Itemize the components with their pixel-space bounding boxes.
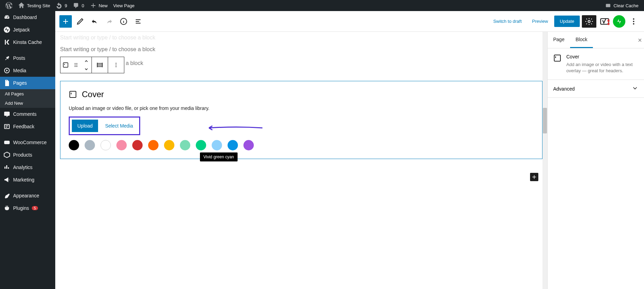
home-icon [18, 2, 25, 9]
update-icon [56, 2, 63, 9]
comments-link[interactable]: 0 [70, 0, 87, 11]
new-content-link[interactable]: New [87, 0, 110, 11]
wp-logo[interactable] [3, 0, 15, 11]
admin-bar-right: Clear Cache [602, 0, 641, 11]
clear-cache-link[interactable]: Clear Cache [602, 0, 641, 11]
admin-bar-left: Testing Site 9 0 New View Page [3, 0, 137, 11]
wordpress-icon [6, 2, 12, 9]
admin-bar: Testing Site 9 0 New View Page Clear Cac… [0, 0, 644, 11]
view-page-link[interactable]: View Page [110, 0, 137, 11]
updates-link[interactable]: 9 [53, 0, 70, 11]
cache-icon [605, 2, 612, 9]
update-count: 9 [65, 3, 67, 8]
comment-icon [73, 2, 79, 9]
clear-cache-label: Clear Cache [614, 3, 638, 8]
comment-count: 0 [81, 3, 84, 8]
site-name-link[interactable]: Testing Site [15, 0, 53, 11]
svg-rect-0 [606, 4, 610, 7]
site-name: Testing Site [27, 3, 50, 8]
plus-icon [90, 2, 97, 9]
view-page-label: View Page [113, 3, 135, 8]
new-label: New [99, 3, 108, 8]
